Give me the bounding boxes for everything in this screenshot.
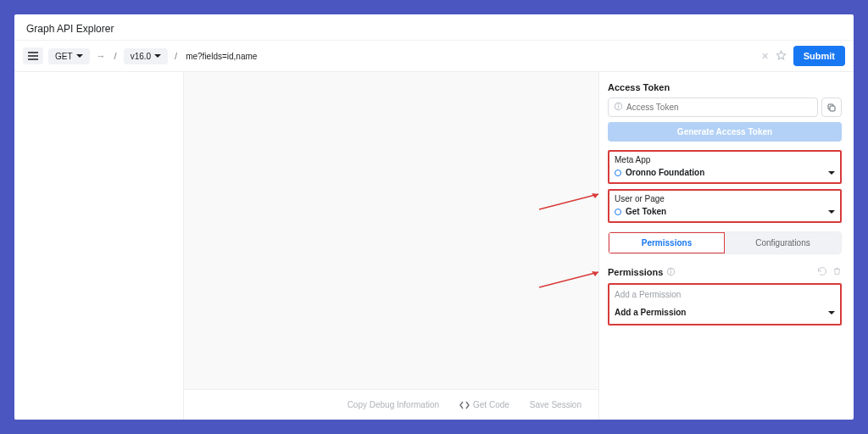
annotation-arrow [536, 191, 604, 211]
tab-configurations[interactable]: Configurations [725, 232, 841, 253]
hamburger-icon [28, 52, 38, 60]
svg-line-0 [539, 194, 598, 209]
query-input[interactable] [184, 48, 756, 64]
status-dot-icon [615, 170, 621, 176]
right-sidebar: Access Token Generate Access Token Meta … [599, 72, 854, 420]
user-page-label: User or Page [615, 194, 835, 203]
clear-query-button[interactable]: × [762, 49, 769, 63]
info-icon [614, 102, 623, 113]
response-panel: Copy Debug Information Get Code Save Ses… [184, 72, 599, 420]
access-token-input-wrap [608, 97, 818, 117]
info-icon [666, 267, 676, 278]
meta-app-dropdown[interactable]: Oronno Foundation [615, 168, 835, 177]
permissions-box: Add a Permission Add a Permission [608, 283, 842, 326]
slash-separator: / [173, 51, 179, 61]
copy-icon [826, 103, 837, 113]
copy-token-button[interactable] [821, 97, 842, 117]
annotation-arrow [536, 269, 604, 289]
meta-app-label: Meta App [615, 155, 835, 164]
get-code-label: Get Code [473, 400, 509, 409]
http-method-dropdown[interactable]: GET [48, 48, 90, 64]
save-session-button[interactable]: Save Session [521, 395, 590, 415]
hamburger-button[interactable] [23, 47, 43, 64]
save-session-label: Save Session [530, 400, 581, 409]
access-token-label: Access Token [608, 82, 842, 92]
access-token-input[interactable] [626, 103, 812, 112]
status-dot-icon [615, 209, 621, 215]
api-version-label: v16.0 [131, 52, 151, 61]
chevron-down-icon [828, 308, 835, 317]
http-method-label: GET [55, 52, 73, 61]
trash-icon[interactable] [832, 266, 842, 278]
add-permission-dropdown[interactable]: Add a Permission [615, 308, 835, 317]
api-version-dropdown[interactable]: v16.0 [124, 48, 168, 64]
user-page-dropdown[interactable]: Get Token [615, 207, 835, 216]
toolbar-right: × Submit [762, 46, 845, 66]
permission-placeholder: Add a Permission [615, 290, 835, 299]
get-code-button[interactable]: Get Code [451, 395, 518, 415]
user-page-value: Get Token [626, 207, 666, 216]
svg-line-1 [539, 272, 598, 287]
star-icon[interactable] [776, 50, 787, 63]
chevron-down-icon [154, 54, 161, 58]
permissions-label: Permissions [608, 267, 663, 277]
chevron-down-icon [76, 54, 83, 58]
page-title: Graph API Explorer [14, 14, 854, 41]
response-footer: Copy Debug Information Get Code Save Ses… [184, 389, 598, 420]
chevron-down-icon [828, 168, 835, 177]
copy-debug-label: Copy Debug Information [348, 400, 439, 409]
svg-rect-5 [830, 106, 835, 111]
access-token-row [608, 97, 842, 117]
arrow-separator: → [95, 51, 108, 61]
user-page-box: User or Page Get Token [608, 189, 842, 223]
slash-separator: / [113, 51, 119, 61]
meta-app-value: Oronno Foundation [626, 168, 704, 177]
tab-permissions[interactable]: Permissions [609, 232, 725, 253]
toolbar: GET → / v16.0 / × Submit [14, 41, 854, 72]
app-window: Graph API Explorer GET → / v16.0 / × Sub… [14, 14, 854, 420]
chevron-down-icon [828, 207, 835, 216]
copy-debug-button[interactable]: Copy Debug Information [339, 395, 448, 415]
tabs-row: Permissions Configurations [608, 231, 842, 254]
left-sidebar [14, 72, 184, 420]
body-area: Copy Debug Information Get Code Save Ses… [14, 72, 854, 420]
code-icon [459, 401, 470, 409]
submit-button[interactable]: Submit [793, 46, 845, 66]
permissions-header: Permissions [608, 266, 842, 278]
meta-app-box: Meta App Oronno Foundation [608, 150, 842, 184]
add-permission-label: Add a Permission [615, 308, 686, 317]
refresh-icon[interactable] [817, 266, 827, 278]
generate-token-button[interactable]: Generate Access Token [608, 122, 842, 142]
